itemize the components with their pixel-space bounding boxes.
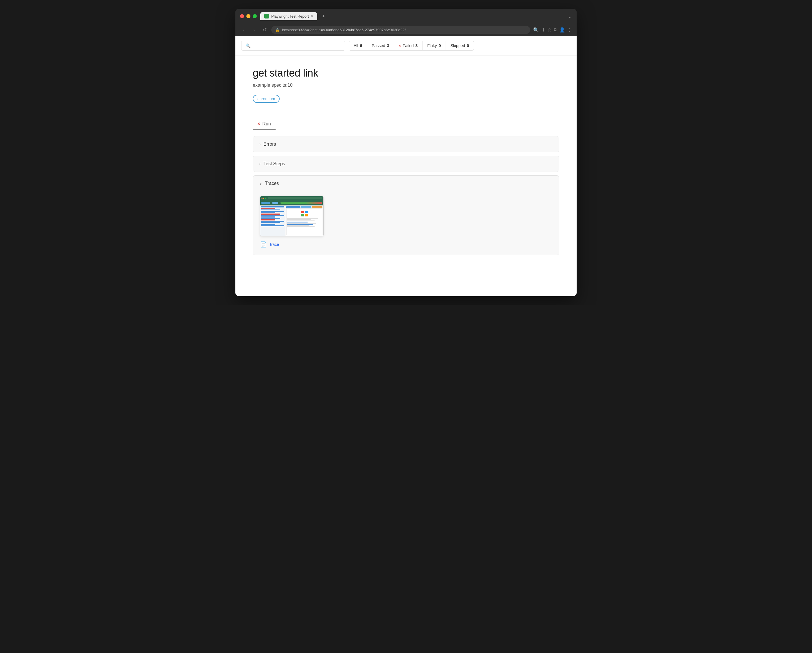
trace-logo xyxy=(287,209,322,218)
filter-flaky-button[interactable]: Flaky 0 xyxy=(423,41,446,50)
trace-link-text: trace xyxy=(270,242,279,247)
filter-flaky-label: Flaky xyxy=(427,43,437,48)
trace-row-1 xyxy=(261,206,284,207)
content-line-8 xyxy=(287,226,314,227)
trace-link[interactable]: 📄 trace xyxy=(260,241,552,248)
share-icon[interactable]: ⬆ xyxy=(541,27,545,33)
tab-close-icon[interactable]: × xyxy=(311,14,313,18)
errors-section: › Errors xyxy=(253,136,559,152)
run-tab[interactable]: × Run xyxy=(253,119,276,130)
trace-row-12 xyxy=(261,222,280,223)
profile-icon[interactable]: 👤 xyxy=(559,27,565,33)
browser-badge[interactable]: chromium xyxy=(253,95,279,103)
extensions-icon[interactable]: ⧉ xyxy=(554,27,557,33)
test-title: get started link xyxy=(253,67,559,79)
trace-sim-toolbar xyxy=(260,200,323,205)
bookmark-icon[interactable]: ☆ xyxy=(547,27,551,33)
filter-failed-label: Failed xyxy=(403,43,414,48)
search-input[interactable] xyxy=(253,43,341,48)
run-tabs-container: × Run xyxy=(235,119,577,130)
logo-g xyxy=(301,214,304,216)
window-control-icon[interactable]: ⌄ xyxy=(568,13,572,19)
traces-section: ∨ Traces xyxy=(253,175,559,255)
trace-bar-3 xyxy=(312,206,322,208)
trace-row-5 xyxy=(261,212,275,213)
filter-buttons: All 6 Passed 3 × Failed 3 Flaky 0 Skip xyxy=(349,41,474,50)
filter-bar: 🔍 All 6 Passed 3 × Failed 3 Flaky xyxy=(235,36,577,55)
trace-toolbar-btn2 xyxy=(272,202,278,204)
filter-flaky-count: 0 xyxy=(439,43,441,48)
filter-failed-button[interactable]: × Failed 3 xyxy=(394,41,423,50)
filter-skipped-button[interactable]: Skipped 0 xyxy=(446,41,474,50)
filter-all-label: All xyxy=(354,43,358,48)
maximize-button[interactable] xyxy=(253,14,257,18)
close-button[interactable] xyxy=(240,14,244,18)
run-tab-label: Run xyxy=(262,121,271,126)
test-steps-section: › Test Steps xyxy=(253,156,559,172)
test-steps-label: Test Steps xyxy=(263,161,285,166)
active-tab[interactable]: Playwright Test Report × xyxy=(260,12,317,20)
forward-button[interactable]: › xyxy=(250,26,258,34)
test-steps-section-header[interactable]: › Test Steps xyxy=(253,156,559,172)
menu-icon[interactable]: ⋮ xyxy=(567,27,572,33)
trace-row-2 xyxy=(261,208,275,209)
errors-section-header[interactable]: › Errors xyxy=(253,136,559,152)
toolbar-icons: 🔍 ⬆ ☆ ⧉ 👤 ⋮ xyxy=(533,27,572,33)
trace-sim-address xyxy=(268,197,322,199)
logo-y xyxy=(305,214,308,216)
traces-body: 📄 trace xyxy=(253,191,559,255)
traffic-lights xyxy=(240,14,257,18)
trace-row-7 xyxy=(261,215,284,216)
traces-section-header[interactable]: ∨ Traces xyxy=(253,176,559,191)
tab-favicon xyxy=(264,14,269,18)
browser-window: Playwright Test Report × + ⌄ ‹ › ↺ 🔒 loc… xyxy=(235,9,577,296)
trace-row-13 xyxy=(261,224,275,225)
filter-passed-label: Passed xyxy=(372,43,385,48)
filter-passed-button[interactable]: Passed 3 xyxy=(367,41,394,50)
trace-sim-dot-green xyxy=(265,198,266,199)
trace-bar-1 xyxy=(286,206,300,208)
trace-row-11 xyxy=(261,221,284,222)
filter-skipped-label: Skipped xyxy=(450,43,465,48)
address-bar-row: ‹ › ↺ 🔒 localhost:9323/#?testId=a30a6eba… xyxy=(235,24,577,36)
logo-b xyxy=(305,211,308,213)
trace-row-3 xyxy=(261,209,280,210)
title-bar: Playwright Test Report × + ⌄ xyxy=(235,9,577,24)
tab-bar: Playwright Test Report × + xyxy=(260,12,564,20)
content-line-1 xyxy=(287,218,318,219)
tab-label: Playwright Test Report xyxy=(271,14,309,18)
trace-bar-2 xyxy=(301,206,311,208)
refresh-button[interactable]: ↺ xyxy=(261,26,269,34)
search-box[interactable]: 🔍 xyxy=(241,41,345,50)
trace-sim-left xyxy=(260,205,285,236)
content-line-4 xyxy=(287,222,308,222)
trace-row-8 xyxy=(261,216,275,218)
filter-all-button[interactable]: All 6 xyxy=(349,41,367,50)
minimize-button[interactable] xyxy=(246,14,250,18)
run-fail-icon: × xyxy=(257,121,260,126)
trace-sim-header xyxy=(260,196,323,200)
content-line-5 xyxy=(287,223,316,224)
test-steps-chevron-icon: › xyxy=(259,162,261,166)
trace-row-14 xyxy=(261,225,284,226)
page-content: 🔍 All 6 Passed 3 × Failed 3 Flaky xyxy=(235,36,577,296)
content-line-7 xyxy=(287,225,310,226)
lock-icon: 🔒 xyxy=(275,28,279,32)
test-detail: get started link example.spec.ts:10 chro… xyxy=(235,55,577,119)
test-file: example.spec.ts:10 xyxy=(253,83,559,88)
search-icon: 🔍 xyxy=(246,43,250,48)
trace-sim-right xyxy=(285,205,323,236)
errors-label: Errors xyxy=(263,142,276,147)
filter-passed-count: 3 xyxy=(387,43,389,48)
sections-wrapper: › Errors › Test Steps ∨ Traces xyxy=(235,136,577,267)
new-tab-button[interactable]: + xyxy=(319,12,328,20)
tabs-row: × Run xyxy=(253,119,559,130)
filter-all-count: 6 xyxy=(360,43,362,48)
trace-thumbnail[interactable] xyxy=(260,196,324,236)
trace-sim-dot-yellow xyxy=(263,198,264,199)
address-bar[interactable]: 🔒 localhost:9323/#?testId=a30a6eba6312f6… xyxy=(271,26,530,34)
filter-skipped-count: 0 xyxy=(467,43,469,48)
back-button[interactable]: ‹ xyxy=(240,26,247,34)
errors-chevron-icon: › xyxy=(259,142,261,146)
search-toolbar-icon[interactable]: 🔍 xyxy=(533,27,539,33)
